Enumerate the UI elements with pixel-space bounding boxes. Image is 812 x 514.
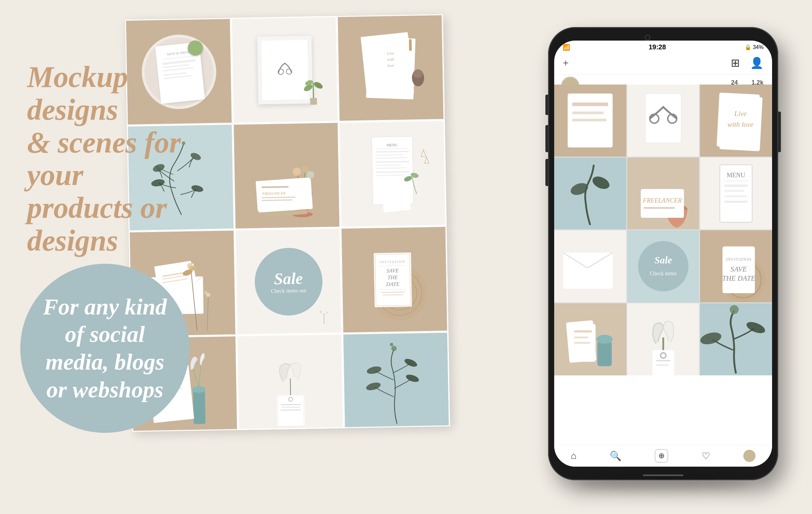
svg-rect-164 [574,330,592,333]
cell-content-3-2: Sale Check items out [235,229,341,334]
search-nav-icon[interactable]: 🔍 [610,450,622,462]
svg-text:INVITATION: INVITATION [726,257,751,262]
headline-line2: & scenes for your [27,126,181,192]
svg-text:with love: with love [727,120,753,128]
svg-line-94 [198,363,201,389]
phone-cell-2 [627,85,699,157]
phone-camera-area [645,34,682,41]
lock-icon: 🔒 [745,44,751,50]
circle-line4: or webshops [46,377,163,402]
svg-rect-165 [574,336,588,338]
svg-rect-146 [724,201,748,203]
svg-text:MENU: MENU [727,171,745,179]
profile-nav-icon[interactable] [743,450,755,462]
apple-decoration [187,40,203,56]
svg-rect-166 [574,342,590,344]
headline-line4: designs [27,224,118,257]
power-button [545,95,548,115]
speaker [655,35,682,40]
svg-rect-55 [382,193,411,212]
svg-point-35 [307,171,314,178]
phone-cell-7 [554,230,626,302]
svg-line-11 [313,83,314,98]
grid-cell-4-3 [342,332,450,428]
svg-text:love: love [387,63,394,68]
phone-photo-grid: Live with love [554,85,772,375]
phone-cell-6: MENU [700,158,772,230]
profile-icon[interactable]: 👤 [750,56,764,69]
invitation-svg: INVITATION SAVE THE DATE [346,232,443,328]
svg-point-75 [326,312,329,314]
phone-cell-1 [554,85,626,157]
grid-cell-1-2 [231,16,338,123]
circle-line3: media, blogs [45,349,164,375]
battery-display: 34% [753,44,764,50]
sale-circle-element: Sale Check items out [254,247,323,316]
grid-cell-3-2: Sale Check items out [234,228,342,335]
svg-rect-145 [724,195,747,197]
phone-cell-3: Live with love [700,85,772,157]
phone-bottom-nav: ⌂ 🔍 ⊕ ♡ [554,445,772,467]
status-bar: 📶 19:28 🔒 34% [554,41,772,54]
cell-content-4-3 [343,333,449,427]
signal-icon: 📶 [563,44,570,51]
phone-cell-11 [627,303,699,375]
svg-point-73 [323,313,325,316]
svg-point-34 [302,166,309,172]
cell-content-1-3: Live with love [338,15,443,121]
phone-cell-12 [700,303,772,375]
phone-body: 📶 19:28 🔒 34% + ⊞ 👤 [548,27,778,480]
svg-point-178 [730,305,739,314]
camera-lens [645,34,651,41]
phone-inner-grid: Live with love [554,85,772,440]
svg-rect-120 [572,112,604,114]
phone-cell-4 [554,158,626,230]
svg-rect-119 [572,102,608,106]
plant-decoration [303,76,324,108]
flower-decoration [314,304,334,326]
phone-mockup: 📶 19:28 🔒 34% + ⊞ 👤 [548,27,778,480]
svg-rect-173 [656,360,671,361]
cell-content-2-2: FREELANCER [234,123,339,228]
left-text-block: Mockup designs & scenes for your product… [27,61,203,257]
tag-svg [245,337,335,426]
botanical2-svg [355,335,437,424]
page-container: Mockup designs & scenes for your product… [0,0,812,514]
create-nav-icon[interactable]: ⊕ [655,449,668,463]
svg-rect-16 [366,37,415,99]
svg-text:Check items: Check items [650,271,676,276]
grid-cell-2-3: MENU [339,120,446,228]
grid-cell-1-3: Live with love [337,14,444,122]
sale-text: Sale [274,269,303,288]
circle-line2: of social [65,321,145,347]
circle-badge-text: For any kind of social media, blogs or w… [29,280,181,417]
grid-view-icon[interactable]: ⊞ [731,56,740,69]
grid-cell-3-3: INVITATION SAVE THE DATE [340,226,448,333]
svg-text:THE: THE [387,274,398,280]
svg-text:DATE: DATE [386,281,400,287]
svg-marker-59 [424,157,429,163]
likes-nav-icon[interactable]: ♡ [702,450,710,462]
svg-point-116 [390,343,393,346]
svg-line-70 [206,297,209,330]
svg-text:Live: Live [386,51,394,55]
home-nav-icon[interactable]: ⌂ [571,450,577,461]
add-post-icon[interactable]: + [563,57,569,69]
svg-rect-131 [554,158,626,230]
svg-point-168 [596,335,613,344]
cell-content-3-3: INVITATION SAVE THE DATE [341,227,447,332]
svg-text:with: with [387,57,394,62]
grid-cell-4-2 [236,333,344,430]
phone-cell-10 [554,303,626,375]
svg-rect-174 [656,365,669,366]
circle-badge: For any kind of social media, blogs or w… [20,264,189,433]
card-vase-svg: FREELANCER [239,127,335,224]
svg-point-115 [391,346,397,351]
svg-rect-10 [310,98,317,104]
svg-text:FREELANCER: FREELANCER [642,197,682,204]
battery-status: 🔒 34% [745,44,764,50]
headline-line3: products or [27,191,167,224]
grid-cell-2-2: FREELANCER [233,122,340,229]
svg-rect-144 [724,190,744,191]
cell-content-2-3: MENU [340,121,445,227]
